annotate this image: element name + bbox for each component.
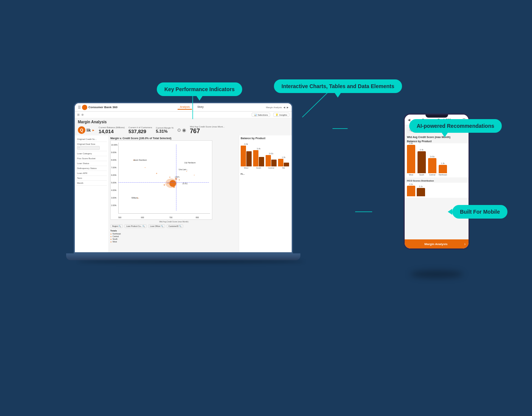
balance-chart-title: Balance by Product [241, 137, 290, 140]
filter-term[interactable]: Term [76, 176, 107, 181]
bar-central-1 [266, 155, 271, 166]
sd12 [194, 175, 195, 175]
y-label-9: 9.00% [111, 151, 116, 154]
totals-legend: Totals ● Northeast ● Central ● South ● W… [110, 230, 237, 243]
bar-central-2 [271, 160, 277, 166]
bar-ne-1 [278, 159, 283, 166]
mobile-bar-south: 5.4k South [418, 149, 426, 176]
sd4 [169, 177, 170, 178]
filter-loan-officer[interactable]: Loan Officer 🔍 [148, 224, 165, 228]
mobile-bar-west: 6.8k West [407, 142, 415, 176]
label-una: Una Lam... [179, 168, 188, 171]
laptop-device: ☰ Consumer Bank 360 Analysis Story Margi… [74, 102, 297, 280]
sd9 [145, 167, 145, 168]
mobile-screen: ◀ Consumer Bank 360 ☰ 🔍 Search your data… [405, 115, 469, 248]
x-label-500: 500 [118, 216, 121, 219]
dashboard-app: ☰ Consumer Bank 360 Analysis Story Margi… [75, 103, 292, 252]
laptop-screen: ☰ Consumer Bank 360 Analysis Story Margi… [74, 102, 293, 253]
sd5 [164, 184, 165, 186]
margin-analysis-label: Margin Analysis [266, 106, 282, 109]
mobile-wtd-title: Wtd Avg Credit Score (max Month) [405, 135, 469, 139]
totals-items: ● Northeast ● Central ● South ● West [110, 233, 237, 243]
bar-south: 5.4k South [253, 147, 264, 169]
selections-button[interactable]: 📊 Selections [252, 113, 271, 117]
toolbar-icon[interactable]: ⊞ [77, 113, 80, 116]
tooltip-ai: AI-powered Recommendations [409, 119, 502, 133]
tab-analysis[interactable]: Analysis [178, 105, 192, 110]
bar-northeast: 1.2k NE [278, 156, 289, 169]
nav-forward-icon[interactable]: ▶ [287, 106, 289, 109]
bar-central: 3.41k Central [266, 152, 277, 169]
mbar-central [428, 158, 436, 173]
filter-loan-status[interactable]: Loan Status [76, 161, 107, 166]
y-label-10: 10.00% [111, 144, 118, 146]
filter-fico-score[interactable]: Fico Score Bucket [76, 156, 107, 161]
filter-loan-apr[interactable]: Loan APR [76, 171, 107, 176]
kpi-margin: Current Margin % 5.31% [156, 127, 173, 133]
horizontal-ref-line [118, 182, 209, 183]
scatter-chart: 10.00% 9.00% 8.00% 7.00% 6.00% 5.00% 4.0… [110, 140, 212, 220]
mobile-bar-chart: 6.8k West 5.4k South 3.41k Central 1.2k [405, 143, 469, 177]
kpi-wtd-score: Wtd Avg Credit Score (max Mont... 767 [190, 126, 224, 135]
scatter-highlight [169, 180, 176, 187]
mobile-back-icon[interactable]: ◀ [408, 118, 410, 122]
filter-delinquency[interactable]: Delinquency Status [76, 166, 107, 171]
nav-back-icon[interactable]: ◀ [283, 106, 285, 109]
right-panel-balance: Balance by Product 6.8k West [239, 135, 292, 252]
zoom-icon[interactable]: ⊕ [81, 113, 84, 116]
tooltip-mobile-text: Built For Mobile [460, 209, 500, 215]
bar-west-2 [246, 151, 252, 166]
tooltip-charts-text: Interactive Charts, Tables and Data Elem… [281, 83, 394, 89]
gauge-icon-group: ⊙ ◉ [177, 127, 186, 133]
qlik-arrow-icon: ► [92, 129, 95, 132]
fico-bar-1: 6.1k [407, 183, 415, 196]
tooltip-kpi: Key Performance Indicators [157, 82, 242, 96]
y-label-4: 4.00% [111, 189, 116, 191]
x-axis-label: Wtd Avg Credit Score (max Month) [110, 220, 237, 223]
filter-input-deal[interactable]: ··· [77, 146, 100, 150]
balance-bar-chart: 6.8k West 5.4k [241, 140, 290, 171]
dashboard-topbar: ☰ Consumer Bank 360 Analysis Story Margi… [75, 103, 292, 112]
dashboard-tabs: Analysis Story [120, 105, 264, 110]
x-label-600: 600 [141, 216, 144, 219]
filter-loan-product[interactable]: Loan Product Ca... 🔍 [124, 224, 147, 228]
filter-original-deal[interactable]: Original Deal Size ··· [76, 142, 107, 151]
mobile-next-icon[interactable]: › [464, 242, 466, 246]
total-south: ● South [110, 238, 237, 240]
filter-customer-id[interactable]: CustomerID 🔍 [167, 224, 183, 228]
bar-west-1 [241, 146, 246, 166]
qlik-q-icon: Q [78, 126, 85, 134]
totals-label: Totals [110, 230, 237, 232]
filter-region[interactable]: Region 🔍 [110, 224, 123, 228]
fico-bar-2: 5.1k [417, 185, 425, 196]
dashboard-main: Original Credit Sc... Original Deal Size… [75, 135, 292, 252]
total-northeast: ● Northeast [110, 233, 237, 235]
gauge-icon: ⊙ [177, 127, 181, 133]
filter-original-credit[interactable]: Original Credit Sc... [76, 137, 107, 142]
laptop-base [66, 253, 300, 260]
fico-bar-2-rect [417, 188, 425, 196]
mbar-south [418, 151, 426, 173]
vertical-ref-line [176, 144, 176, 211]
insights-button[interactable]: 💡 Insights [273, 113, 289, 117]
dashboard-chart-area: Margin v. Credit Score (100.0% of Total … [109, 135, 239, 252]
filter-loan-category[interactable]: Loan Category [76, 151, 107, 156]
mobile-frame: ◀ Consumer Bank 360 ☰ 🔍 Search your data… [404, 113, 470, 250]
sd6 [179, 179, 180, 180]
total-central: ● Central [110, 235, 237, 237]
y-label-8: 8.00% [111, 159, 116, 161]
dashboard-toolbar: ⊞ ⊕ 📊 Selections 💡 Insights [75, 112, 292, 118]
bar-west: 6.8k West [241, 143, 252, 169]
filter-month[interactable]: Month [76, 181, 107, 186]
fico-bar-1-rect [407, 186, 415, 196]
label-767: (767) [175, 176, 179, 178]
label-jason: Jason Davidson [133, 159, 147, 161]
mobile-footer-text: Margin Analysis [408, 242, 464, 246]
mobile-fico-chart: 6.1k 5.1k [405, 183, 469, 198]
svg-line-1 [302, 92, 329, 117]
selections-icon: 📊 [254, 113, 257, 116]
fico-title: Fi... [241, 173, 290, 175]
y-axis [118, 143, 119, 214]
tab-story[interactable]: Story [195, 105, 206, 110]
sd10 [156, 173, 157, 174]
